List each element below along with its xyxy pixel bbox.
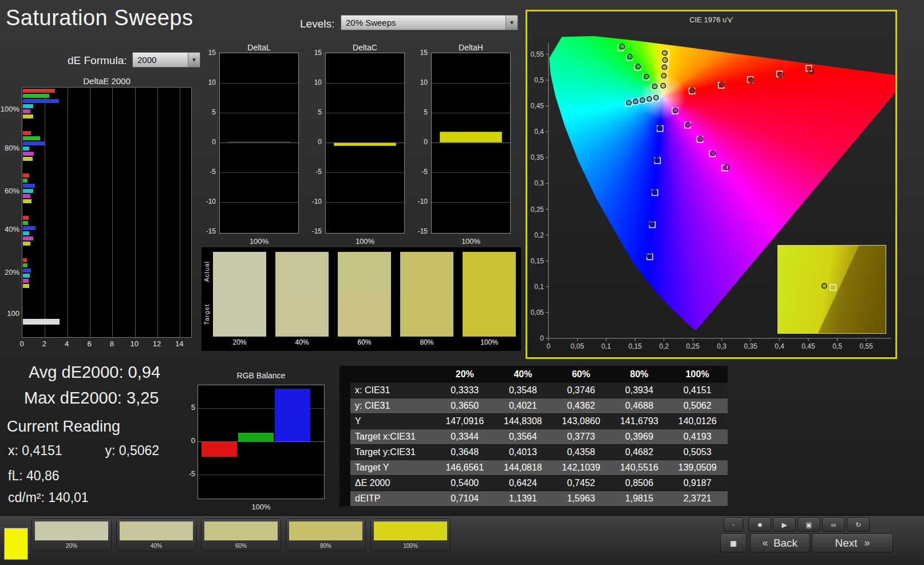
x-tick-label: 0,15 — [629, 342, 642, 350]
measured-marker — [640, 98, 645, 102]
calibration-app-window: Saturation Sweeps dE Formula: 2000 ▼ Lev… — [0, 0, 924, 565]
target-swatch — [275, 294, 329, 337]
de-formula-select[interactable]: 2000 ▼ — [132, 52, 200, 68]
x-axis-label: 100% — [219, 237, 299, 246]
y-tick-label: -10 — [411, 197, 428, 206]
transport-button[interactable]: ∞ — [822, 517, 845, 532]
x-tick-label: 0,5 — [832, 342, 842, 350]
table-row: Target y:CIE310,36480,40130,43580,46820,… — [339, 445, 728, 460]
column-header: 20% — [436, 366, 494, 382]
cdm2-reading-value: 140,01 — [48, 490, 88, 505]
table-row: ΔE 20000,54000,64240,74520,85060,9187 — [339, 476, 728, 491]
max-de2000-value: 3,25 — [127, 389, 159, 407]
transport-button[interactable]: ■ — [748, 517, 771, 532]
rgb-balance-chart: RGB Balance 100% 50-5 — [186, 371, 329, 514]
cell-value: 0,3344 — [436, 429, 494, 444]
play-icon: ▶ — [781, 521, 787, 529]
x-reading-value: 0,4151 — [22, 443, 62, 458]
x-tick-label: 0,05 — [571, 342, 585, 350]
y-tick-label: 0,15 — [531, 257, 544, 265]
x-axis-label: 100% — [431, 237, 511, 246]
measured-marker — [662, 58, 667, 62]
measured-marker — [690, 88, 694, 93]
swatch-label: 40% — [275, 338, 329, 346]
patch-button-40%[interactable]: 40% — [116, 519, 196, 551]
measured-marker — [661, 73, 666, 78]
de-bar — [23, 89, 55, 93]
chart-deltac: DeltaC151050-5-10-15100% — [305, 43, 406, 247]
cell-value: 0,7104 — [436, 491, 494, 506]
cell-value: 0,3650 — [436, 398, 494, 413]
x-tick-label: 0,25 — [686, 342, 700, 350]
y-tick-label: 0,2 — [534, 231, 544, 239]
swatch-label: 100% — [463, 338, 516, 346]
transport-button[interactable]: ▶ — [773, 517, 796, 532]
cell-value: 0,4688 — [610, 398, 669, 413]
cell-value: 0,9187 — [668, 476, 726, 491]
de-bar — [23, 94, 49, 98]
cell-value: 143,0860 — [552, 414, 610, 429]
cell-value: 142,1039 — [552, 460, 610, 475]
column-header: 40% — [494, 366, 552, 382]
plot — [219, 53, 299, 234]
measured-marker — [657, 126, 662, 131]
measured-marker — [724, 165, 729, 169]
table-row: Y147,0916144,8308143,0860141,6793140,012… — [339, 414, 728, 429]
levels-select[interactable]: 20% Sweeps ▼ — [341, 15, 518, 30]
blue-bar — [275, 389, 310, 441]
de-bar — [23, 216, 29, 220]
rgb-balance-plot — [198, 385, 325, 499]
gridline — [45, 88, 45, 337]
cell-value: 0,3746 — [552, 383, 610, 398]
row-label: y: CIE31 — [350, 398, 436, 413]
x-axis-label: 100% — [198, 503, 325, 511]
de-bar — [23, 157, 33, 161]
chevron-down-icon: ▼ — [188, 53, 200, 67]
de-bar — [23, 152, 34, 156]
x-tick-label: 0,55 — [859, 342, 873, 350]
preview-toggle-button[interactable]: ▫ — [724, 517, 743, 532]
de-bar — [23, 179, 27, 183]
next-button[interactable]: Next» — [812, 534, 893, 552]
cie-inset-zoom — [777, 245, 886, 334]
de-bar — [23, 279, 29, 283]
transport-button[interactable]: ↻ — [847, 517, 870, 532]
swatch-label: 80% — [400, 338, 453, 346]
cell-value: 0,3548 — [494, 383, 552, 398]
cell-value: 0,3648 — [436, 445, 494, 460]
patch-swatch — [120, 521, 193, 540]
de-bar — [23, 136, 40, 140]
patch-button-60%[interactable]: 60% — [201, 519, 281, 551]
measured-marker — [809, 69, 814, 73]
patch-button-80%[interactable]: 80% — [286, 519, 366, 551]
chart-deltal: DeltaL151050-5-10-15100% — [199, 43, 300, 247]
patch-window-button[interactable]: ◼ — [720, 534, 747, 552]
patch-swatch — [374, 521, 447, 540]
patch-button-100%[interactable]: 100% — [370, 519, 451, 551]
cell-value: 139,0509 — [668, 460, 726, 475]
y-tick-label: 0 — [199, 138, 216, 146]
cell-value: 140,0126 — [668, 414, 726, 429]
cell-value: 0,7452 — [552, 476, 610, 491]
measured-marker — [662, 65, 666, 69]
delta-bar — [440, 132, 502, 143]
page-title: Saturation Sweeps — [6, 6, 193, 30]
column-header: 100% — [668, 366, 726, 382]
chart-deltah: DeltaH151050-5-10-15100% — [411, 43, 512, 247]
green-bar — [238, 433, 274, 441]
y-tick-label: -5 — [186, 469, 195, 478]
gridline — [112, 88, 113, 337]
y-tick-label: 0,5 — [534, 76, 544, 84]
cell-value: 0,5053 — [668, 445, 726, 460]
stop-icon: ■ — [757, 521, 761, 529]
gridline — [220, 113, 298, 113]
patch-button-20%[interactable]: 20% — [31, 519, 112, 551]
delta-e-plot — [22, 87, 192, 338]
measured-marker — [662, 50, 667, 55]
gridline — [326, 172, 404, 173]
de-bar — [23, 258, 27, 262]
transport-button[interactable]: ▣ — [797, 517, 820, 532]
back-button[interactable]: «Back — [750, 534, 810, 552]
avg-de2000-label: Avg dE2000: — [29, 363, 124, 381]
gridline — [326, 202, 404, 203]
